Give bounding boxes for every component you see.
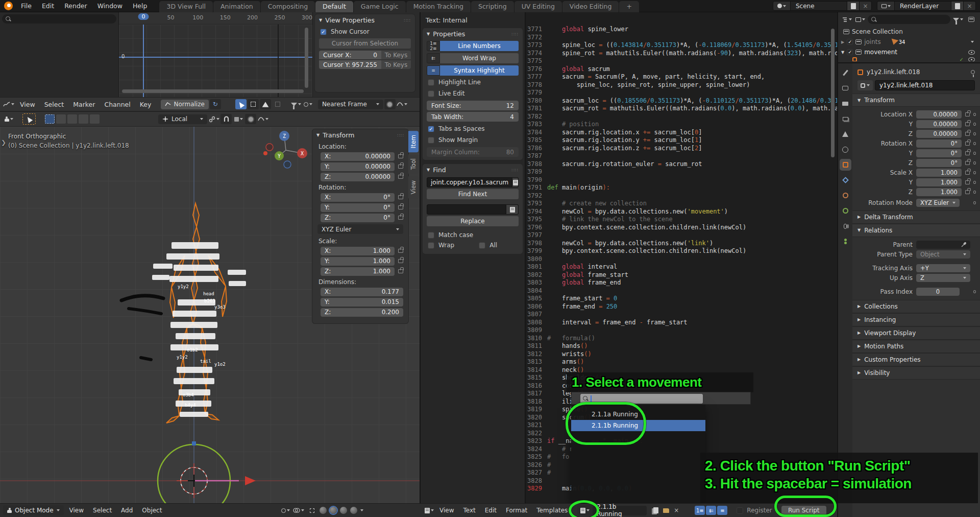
all-checkbox[interactable]: [479, 242, 485, 249]
show-margin-checkbox[interactable]: [428, 137, 434, 144]
find-panel-header[interactable]: ▼Find ∷∷: [423, 164, 523, 176]
animate-dot-icon[interactable]: [973, 191, 976, 194]
code-line[interactable]: 3804: [526, 287, 837, 295]
live-edit-checkbox[interactable]: [428, 90, 434, 97]
transform-value-field[interactable]: 1.000: [916, 188, 962, 196]
select-mode-circle-icon[interactable]: [67, 114, 77, 124]
section-header-visibility[interactable]: ▶Visibility: [852, 366, 980, 380]
outliner-row-scene-collection[interactable]: Scene Collection: [838, 27, 980, 37]
code-line[interactable]: 3789: [526, 168, 837, 176]
code-line[interactable]: 3812 wrists(): [526, 350, 837, 359]
new-text-icon[interactable]: [651, 506, 661, 515]
lock-icon[interactable]: [398, 165, 403, 169]
lock-icon[interactable]: [398, 259, 403, 263]
panel-grip-icon[interactable]: ∷∷: [398, 133, 404, 138]
workspace-tab-compositing[interactable]: Compositing: [261, 1, 315, 12]
code-line[interactable]: 3795 # link the newCol to the scene: [526, 216, 837, 224]
location-field[interactable]: Z:0.00000: [321, 173, 395, 181]
location-field[interactable]: X:0.00000: [321, 152, 395, 161]
blender-logo-icon[interactable]: [4, 2, 13, 10]
overlays-icon[interactable]: [293, 505, 304, 515]
renderlayer-selector[interactable]: RenderLayer ×: [877, 1, 976, 11]
renderlayer-name[interactable]: RenderLayer: [895, 3, 951, 10]
workspace-tab-default[interactable]: Default: [315, 1, 353, 12]
transform-panel-header[interactable]: ▼ Transform ∷∷: [312, 129, 408, 141]
parent-field[interactable]: [916, 241, 970, 249]
lock-icon[interactable]: [398, 249, 403, 253]
code-line[interactable]: 3771 global spine_lower: [526, 26, 837, 34]
select-mode-tweak-icon[interactable]: [45, 114, 55, 124]
snap-magnet-icon[interactable]: [220, 114, 232, 124]
code-line[interactable]: 3779: [526, 89, 837, 97]
code-line[interactable]: 3810# formula(): [526, 335, 837, 343]
normalize-refresh-icon[interactable]: ↻: [210, 99, 221, 109]
code-line[interactable]: 3799 bpy.context.scene.collection.childr…: [526, 247, 837, 255]
movement-checkbox[interactable]: ✓: [847, 49, 853, 55]
code-line[interactable]: 3791def main(origin):: [526, 184, 837, 192]
renderlayer-icon[interactable]: [877, 2, 895, 10]
code-line[interactable]: 3796 bpy.context.scene.collection.childr…: [526, 224, 837, 232]
panel-grip-icon[interactable]: ∷∷: [404, 18, 411, 23]
font-size-slider[interactable]: Font Size:12: [427, 101, 519, 110]
footer-word-wrap-toggle[interactable]: ⇇: [706, 506, 716, 515]
text-menu-text[interactable]: Text: [458, 507, 480, 514]
line-numbers-toggle[interactable]: Line Numbers: [440, 41, 519, 51]
select-mode-lasso-icon[interactable]: [79, 114, 88, 124]
menu-file[interactable]: File: [16, 2, 37, 10]
code-line[interactable]: 3778 spine_loc, spine_rot, spine_upper, …: [526, 81, 837, 89]
lock-icon[interactable]: [398, 269, 403, 273]
show-cursor-checkbox[interactable]: ✓: [320, 29, 327, 35]
menu-window[interactable]: Window: [92, 2, 128, 10]
scene-copy-icon[interactable]: [847, 2, 859, 10]
animate-dot-icon[interactable]: [973, 161, 976, 165]
replace-input[interactable]: [427, 204, 506, 215]
animate-dot-icon[interactable]: [973, 171, 976, 174]
dimensions-field[interactable]: X:0.177: [321, 288, 403, 296]
pin-icon[interactable]: [971, 70, 975, 74]
pivot-point-icon[interactable]: [208, 114, 219, 124]
replace-history-icon[interactable]: [506, 204, 519, 215]
find-input[interactable]: joint.copper.y1o1.sacrum: [427, 177, 512, 187]
workspace-tab-scripting[interactable]: Scripting: [471, 1, 514, 12]
text-menu-format[interactable]: Format: [501, 507, 532, 514]
syntax-highlight-toggle[interactable]: Syntax Highlight: [440, 65, 519, 76]
rotation-field[interactable]: Z:0°: [321, 214, 395, 222]
workspace-tab-uv-editing[interactable]: UV Editing: [514, 1, 562, 12]
workspace-tab-game-logic[interactable]: Game Logic: [354, 1, 406, 12]
scene-close-icon[interactable]: ×: [859, 2, 871, 10]
render-tab-icon[interactable]: [841, 84, 850, 92]
text-menu-edit[interactable]: Edit: [480, 507, 501, 514]
object-name-field[interactable]: y1y2.link.left.018: [875, 80, 975, 90]
register-checkbox[interactable]: [737, 507, 743, 514]
graph-editor-canvas[interactable]: 050100150200250300 0: [119, 12, 312, 97]
outliner-display-mode-icon[interactable]: [841, 14, 852, 25]
code-line[interactable]: 3801 global interval: [526, 263, 837, 271]
box-select-icon[interactable]: [248, 99, 259, 109]
navigation-gizmo[interactable]: Z X Y: [266, 131, 307, 168]
transform-value-field[interactable]: 0°: [916, 149, 962, 157]
select-mode-paint-icon[interactable]: [90, 114, 100, 124]
transform-value-field[interactable]: 0.00000: [916, 110, 962, 119]
outliner-filter-icon[interactable]: [952, 14, 964, 25]
lock-icon[interactable]: [965, 132, 970, 136]
code-line[interactable]: 3803 global frame_end: [526, 279, 837, 287]
cursor-x-field[interactable]: Cursor X:0: [319, 51, 381, 59]
lock-icon[interactable]: [965, 180, 970, 184]
lock-icon[interactable]: [965, 142, 970, 146]
filter-icon[interactable]: [290, 99, 302, 109]
section-header-viewport-display[interactable]: ▶Viewport Display: [852, 326, 980, 340]
graph-menu-channel[interactable]: Channel: [100, 101, 135, 108]
code-line[interactable]: 3797: [526, 231, 837, 240]
match-case-row[interactable]: Match case: [423, 229, 523, 241]
viewport-3d[interactable]: Front Orthographic (0) Scene Collection …: [0, 127, 420, 503]
data-tab-icon[interactable]: [841, 237, 850, 246]
wrap-checkbox[interactable]: [428, 242, 434, 249]
scene-icon[interactable]: [773, 2, 791, 10]
lock-icon[interactable]: [965, 151, 970, 155]
code-line[interactable]: 3788 sacrum.rig.rotation_euler = sacrum_…: [526, 160, 837, 169]
section-header-collections[interactable]: ▶Collections: [852, 300, 980, 313]
animate-dot-icon[interactable]: [973, 142, 976, 145]
gizmos-icon[interactable]: [280, 505, 291, 515]
cursor-y-to-keys-button[interactable]: To Keys: [381, 60, 411, 69]
code-line[interactable]: 3809: [526, 326, 837, 335]
